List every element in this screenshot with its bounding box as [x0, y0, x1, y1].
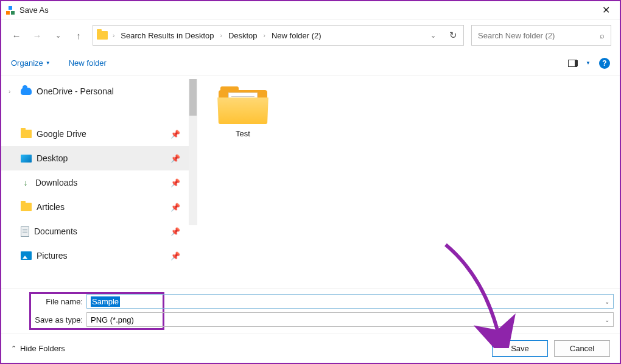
tree-item-articles[interactable]: Articles 📌	[1, 195, 197, 219]
pin-icon: 📌	[170, 178, 180, 187]
recent-dropdown[interactable]: ⌄	[51, 29, 65, 42]
tree-label: Downloads	[35, 178, 77, 187]
scrollbar-thumb[interactable]	[189, 79, 197, 116]
tree-label: Articles	[37, 202, 65, 212]
search-input[interactable]	[478, 31, 600, 40]
chevron-up-icon: ⌃	[11, 345, 16, 352]
savetype-select[interactable]: PNG (*.png) ⌄	[86, 312, 614, 327]
breadcrumb-item[interactable]: New folder (2)	[270, 29, 323, 43]
up-button[interactable]: ↑	[72, 29, 85, 42]
desktop-icon	[21, 155, 32, 163]
nav-tree: › OneDrive - Personal Google Drive 📌 Des…	[1, 75, 197, 288]
tree-label: Documents	[34, 226, 77, 236]
back-button[interactable]: ←	[10, 29, 23, 42]
search-box[interactable]: ⌕	[471, 25, 611, 46]
organize-menu[interactable]: Organize ▼	[11, 58, 51, 68]
close-button[interactable]: ✕	[597, 2, 615, 18]
tree-item-onedrive[interactable]: › OneDrive - Personal	[1, 79, 197, 103]
dialog-footer: ⌃ Hide Folders Save Cancel	[1, 334, 620, 363]
tree-item-pictures[interactable]: Pictures 📌	[1, 243, 197, 268]
savetype-label: Save as type:	[7, 315, 86, 324]
chevron-down-icon[interactable]: ⌄	[605, 317, 609, 323]
filename-label: File name:	[7, 297, 86, 306]
cancel-button[interactable]: Cancel	[554, 340, 610, 357]
address-dropdown[interactable]: ⌄	[428, 29, 438, 42]
folder-icon	[21, 203, 32, 211]
folder-icon	[97, 31, 108, 40]
document-icon	[21, 226, 29, 237]
tree-item-downloads[interactable]: ↓ Downloads 📌	[1, 170, 197, 195]
download-icon: ↓	[21, 178, 30, 187]
address-bar[interactable]: › Search Results in Desktop › Desktop › …	[93, 25, 464, 46]
organize-label: Organize	[11, 58, 43, 68]
save-fields: File name: Sample ⌄ Save as type: PNG (*…	[1, 288, 620, 334]
filename-value: Sample	[91, 296, 120, 307]
title-bar: Save As ✕	[1, 1, 620, 19]
savetype-value: PNG (*.png)	[91, 315, 134, 324]
hide-folders-label: Hide Folders	[20, 344, 65, 353]
pictures-icon	[21, 251, 32, 260]
folder-item[interactable]: Test	[209, 86, 276, 138]
tree-label: Pictures	[37, 251, 68, 261]
command-bar: Organize ▼ New folder ▼ ?	[1, 51, 620, 75]
pin-icon: 📌	[170, 251, 180, 261]
chevron-right-icon[interactable]: ›	[262, 32, 267, 39]
tree-label: Google Drive	[37, 129, 86, 139]
tree-label: Desktop	[37, 153, 68, 163]
folder-icon	[219, 86, 267, 124]
pin-icon: 📌	[170, 227, 180, 236]
save-as-dialog: Save As ✕ ← → ⌄ ↑ › Search Results in De…	[0, 0, 621, 364]
forward-button[interactable]: →	[30, 29, 44, 42]
file-list[interactable]: Test	[197, 75, 620, 288]
chevron-right-icon[interactable]: ›	[9, 88, 16, 95]
folder-icon	[21, 130, 32, 138]
filename-input[interactable]: Sample ⌄	[86, 294, 614, 309]
tree-item-desktop[interactable]: Desktop 📌	[1, 146, 197, 170]
chevron-down-icon[interactable]: ⌄	[605, 298, 609, 305]
cloud-icon	[21, 88, 32, 95]
save-button[interactable]: Save	[492, 340, 548, 357]
layout-icon[interactable]	[568, 60, 577, 67]
breadcrumb-item[interactable]: Desktop	[227, 29, 259, 43]
hide-folders-toggle[interactable]: ⌃ Hide Folders	[11, 344, 65, 353]
dialog-body: › OneDrive - Personal Google Drive 📌 Des…	[1, 75, 620, 288]
chevron-down-icon: ▼	[46, 60, 51, 66]
pin-icon: 📌	[170, 154, 180, 163]
new-folder-button[interactable]: New folder	[69, 58, 107, 68]
pin-icon: 📌	[170, 130, 180, 139]
search-icon[interactable]: ⌕	[600, 31, 605, 40]
tree-label: OneDrive - Personal	[37, 86, 114, 96]
pin-icon: 📌	[170, 203, 180, 212]
breadcrumb-item[interactable]: Search Results in Desktop	[119, 29, 215, 43]
tree-item-documents[interactable]: Documents 📌	[1, 219, 197, 243]
refresh-button[interactable]: ↻	[447, 27, 460, 43]
app-icon	[6, 6, 15, 15]
nav-toolbar: ← → ⌄ ↑ › Search Results in Desktop › De…	[1, 19, 620, 51]
tree-scrollbar[interactable]	[189, 79, 197, 225]
window-title: Save As	[19, 5, 49, 15]
chevron-right-icon[interactable]: ›	[111, 32, 116, 39]
item-label: Test	[209, 129, 276, 138]
help-button[interactable]: ?	[599, 58, 610, 69]
view-dropdown[interactable]: ▼	[586, 60, 591, 66]
tree-item-gdrive[interactable]: Google Drive 📌	[1, 122, 197, 146]
chevron-right-icon[interactable]: ›	[219, 32, 223, 39]
